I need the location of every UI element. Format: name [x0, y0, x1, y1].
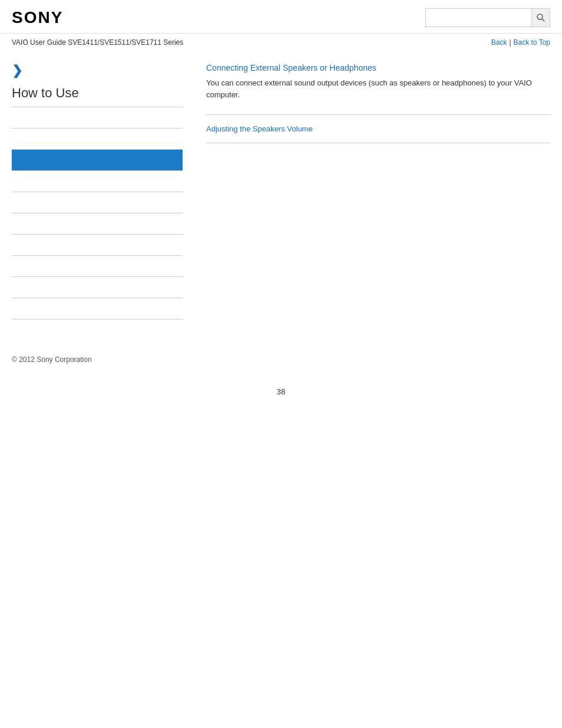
sidebar-item[interactable] — [12, 256, 183, 277]
sidebar-section-title: How to Use — [12, 85, 183, 107]
sidebar: ❯ How to Use — [12, 63, 194, 319]
guide-title: VAIO User Guide SVE1411/SVE1511/SVE1711 … — [12, 38, 183, 47]
page-header: SONY — [0, 0, 562, 34]
content-area: Connecting External Speakers or Headphon… — [194, 63, 550, 319]
sidebar-item[interactable] — [12, 171, 183, 192]
content-description: You can connect external sound output de… — [206, 77, 550, 100]
content-divider — [206, 114, 550, 115]
sidebar-item[interactable] — [12, 277, 183, 298]
footer: © 2012 Sony Corporation — [0, 343, 562, 364]
search-input[interactable] — [425, 8, 531, 27]
back-link[interactable]: Back — [491, 38, 507, 47]
secondary-topic-link[interactable]: Adjusting the Speakers Volume — [206, 124, 550, 133]
main-content: ❯ How to Use Connecting External Speaker… — [0, 51, 562, 343]
nav-links: Back | Back to Top — [491, 38, 550, 47]
sidebar-item[interactable] — [12, 129, 183, 150]
svg-line-1 — [542, 19, 544, 21]
sidebar-item[interactable] — [12, 298, 183, 319]
nav-separator: | — [509, 38, 511, 47]
search-icon — [536, 13, 546, 22]
search-area — [425, 8, 550, 27]
sidebar-item-active[interactable] — [12, 150, 183, 171]
chevron-right-icon: ❯ — [12, 63, 183, 78]
main-topic-link[interactable]: Connecting External Speakers or Headphon… — [206, 63, 550, 73]
search-button[interactable] — [531, 8, 550, 27]
sidebar-item[interactable] — [12, 107, 183, 129]
sidebar-item[interactable] — [12, 235, 183, 256]
nav-bar: VAIO User Guide SVE1411/SVE1511/SVE1711 … — [0, 34, 562, 51]
copyright-text: © 2012 Sony Corporation — [12, 355, 92, 364]
sidebar-item[interactable] — [12, 213, 183, 235]
sony-logo: SONY — [12, 8, 63, 27]
content-divider-2 — [206, 143, 550, 143]
sidebar-item[interactable] — [12, 192, 183, 213]
page-number: 38 — [0, 364, 562, 408]
back-to-top-link[interactable]: Back to Top — [514, 38, 550, 47]
